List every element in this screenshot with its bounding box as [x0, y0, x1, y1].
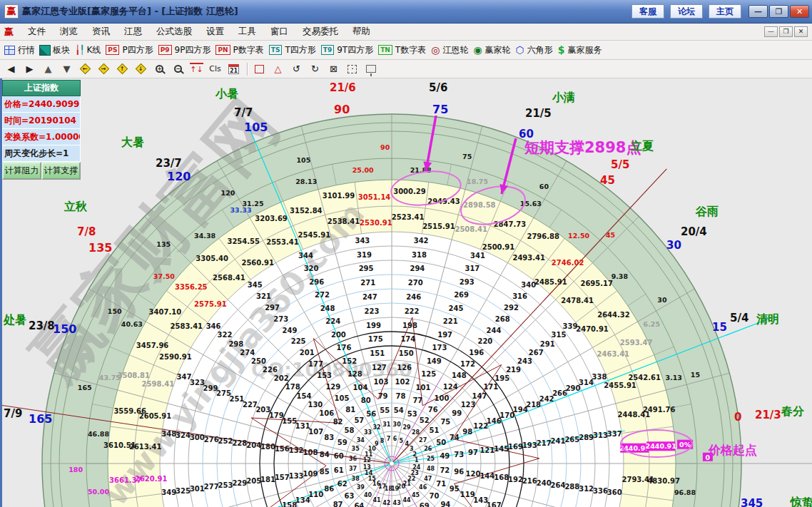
wheel-outside-label: 150 — [53, 322, 76, 336]
menu-item-工具[interactable]: 工具 — [231, 24, 263, 40]
svg-text:127: 127 — [372, 364, 387, 372]
svg-text:3000.29: 3000.29 — [393, 188, 426, 195]
zoom-out-icon[interactable]: − — [171, 63, 185, 75]
svg-text:269: 269 — [454, 291, 469, 299]
svg-text:44: 44 — [402, 497, 411, 503]
board-icon[interactable] — [364, 63, 377, 75]
svg-text:48: 48 — [427, 466, 435, 472]
flag-down-icon[interactable]: ▼ — [60, 63, 73, 75]
menu-item-帮助[interactable]: 帮助 — [345, 24, 377, 40]
titlebar-link-主页[interactable]: 主页 — [709, 4, 741, 19]
menu-item-公式选股[interactable]: 公式选股 — [149, 24, 199, 40]
toolbar-button-行情[interactable]: 行情 — [4, 44, 35, 56]
svg-text:3457.96: 3457.96 — [136, 342, 169, 349]
svg-text:2644.32: 2644.32 — [597, 311, 630, 319]
toolbar-button-板块[interactable]: 板块 — [40, 44, 70, 56]
svg-text:250: 250 — [251, 357, 266, 365]
menu-item-交易委托[interactable]: 交易委托 — [295, 24, 345, 40]
svg-text:193: 193 — [522, 441, 537, 449]
menu-item-资讯[interactable]: 资讯 — [85, 24, 117, 40]
rotate-cw-icon[interactable]: ↻ — [308, 63, 322, 75]
prev-triangle-icon[interactable]: ◀ — [4, 63, 18, 75]
svg-text:103: 103 — [374, 378, 389, 386]
toolbar-button-江恩轮[interactable]: ◎江恩轮 — [431, 44, 468, 56]
svg-text:2590.91: 2590.91 — [159, 353, 192, 361]
button-计算阻力[interactable]: 计算阻力 — [2, 162, 41, 180]
svg-text:2695.17: 2695.17 — [580, 280, 613, 287]
gann-wheel-canvas[interactable]: 赢家财富网www.yingjia360.comQQ:10080036012345… — [0, 78, 812, 507]
calendar-icon[interactable]: 21 — [227, 63, 240, 75]
maximize-button[interactable]: ❐ — [769, 5, 788, 18]
svg-text:51: 51 — [430, 426, 440, 434]
toolbar-button-六角形[interactable]: ⬡六角形 — [516, 44, 553, 56]
svg-text:4: 4 — [405, 441, 410, 447]
toolbar-button-P四方形[interactable]: PSP四方形 — [106, 44, 153, 56]
diamond-up-icon[interactable]: ↑ — [116, 63, 129, 75]
toolbar-button-T四方形[interactable]: TST四方形 — [269, 44, 316, 56]
diamond-left-icon[interactable]: ← — [78, 63, 92, 75]
svg-text:39: 39 — [357, 484, 365, 491]
toolbar-button-赢家轮[interactable]: ◉赢家轮 — [473, 44, 510, 56]
svg-text:174: 174 — [400, 335, 415, 343]
svg-text:1: 1 — [415, 457, 419, 464]
wheel-outside-label: 45 — [600, 174, 615, 187]
titlebar-link-客服[interactable]: 客服 — [631, 4, 664, 19]
svg-text:30: 30 — [393, 421, 402, 428]
menu-item-设置[interactable]: 设置 — [199, 24, 231, 40]
svg-text:53: 53 — [407, 410, 417, 418]
boxed-x-icon[interactable]: ⊠ — [327, 63, 340, 75]
toolbar-button-T数字表[interactable]: TNT数字表 — [378, 44, 426, 56]
panel-row: 周天变化步长=1 — [2, 145, 81, 162]
svg-text:37: 37 — [349, 466, 357, 472]
button-计算支撑[interactable]: 计算支撑 — [41, 162, 81, 180]
svg-text:272: 272 — [315, 291, 330, 299]
svg-text:198: 198 — [402, 322, 417, 329]
svg-text:203: 203 — [255, 406, 270, 414]
mdi-close-button[interactable]: ✕ — [794, 26, 808, 37]
toolbar-button-9T四方形[interactable]: T99T四方形 — [321, 44, 373, 56]
svg-text:105: 105 — [296, 156, 310, 164]
index-info-panel: 上证指数 价格=2440.9099时间=20190104变换系数=1.00000… — [2, 80, 81, 180]
svg-text:8: 8 — [380, 438, 385, 444]
svg-text:3559.66: 3559.66 — [113, 407, 146, 415]
flag-up-icon[interactable]: ▲ — [41, 63, 55, 75]
triangle-tool-icon[interactable]: △ — [271, 63, 285, 75]
p9-badge-icon: P9 — [158, 45, 172, 55]
svg-text:264: 264 — [551, 481, 566, 489]
rect-tool-icon[interactable] — [253, 63, 266, 75]
svg-text:2542.61: 2542.61 — [628, 374, 661, 381]
wheel-outside-label: 清明 — [756, 312, 779, 326]
menu-item-文件[interactable]: 文件 — [21, 24, 53, 40]
crosshair-icon[interactable] — [345, 63, 359, 75]
svg-text:54: 54 — [394, 406, 404, 414]
wheel-outside-label: 21/3 — [755, 409, 781, 421]
svg-text:2515.91: 2515.91 — [422, 222, 455, 230]
mdi-minimize-button[interactable]: — — [764, 26, 778, 37]
svg-text:28.13: 28.13 — [295, 178, 317, 185]
minimize-button[interactable]: — — [748, 5, 768, 18]
svg-text:125: 125 — [421, 370, 436, 378]
menu-item-窗口[interactable]: 窗口 — [263, 24, 295, 40]
next-triangle-icon[interactable]: ▶ — [23, 63, 36, 75]
diamond-down-icon[interactable]: ↓ — [134, 63, 148, 75]
toolbar-button-赢家服务[interactable]: $赢家服务 — [558, 44, 602, 56]
zoom-in-icon[interactable]: + — [153, 63, 166, 75]
mdi-restore-button[interactable]: ❐ — [779, 26, 793, 37]
diamond-right-icon[interactable]: → — [97, 63, 111, 75]
svg-text:336: 336 — [593, 487, 608, 495]
svg-text:222: 222 — [405, 307, 420, 315]
toolbar-button-K线[interactable]: ╽╿K线 — [75, 44, 101, 56]
toolbar-button-9P四方形[interactable]: P99P四方形 — [158, 44, 211, 56]
menu-item-江恩[interactable]: 江恩 — [117, 24, 149, 40]
close-button[interactable]: ✕ — [790, 5, 809, 18]
menu-item-浏览[interactable]: 浏览 — [53, 24, 85, 40]
cls-button[interactable]: Cls — [208, 63, 222, 75]
price-axis-icon[interactable]: ↑↓ — [190, 63, 203, 75]
titlebar-link-论坛[interactable]: 论坛 — [670, 4, 703, 19]
svg-text:132: 132 — [289, 446, 304, 454]
rotate-ccw-icon[interactable]: ↺ — [290, 63, 303, 75]
wheel-outside-label: 处暑 — [3, 313, 26, 327]
svg-text:75: 75 — [462, 153, 472, 160]
svg-text:62: 62 — [338, 480, 347, 488]
toolbar-button-P数字表[interactable]: PNP数字表 — [215, 44, 263, 56]
